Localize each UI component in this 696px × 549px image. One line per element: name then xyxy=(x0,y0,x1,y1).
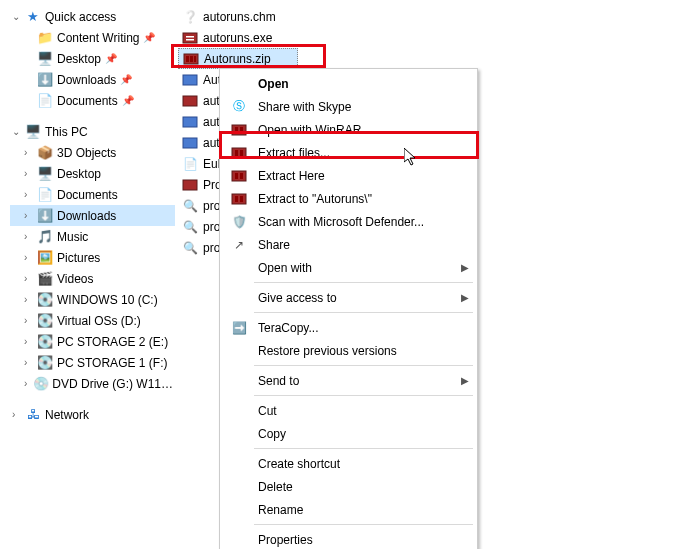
exe-icon xyxy=(180,93,200,109)
ctx-restore[interactable]: Restore previous versions xyxy=(222,339,475,362)
ctx-give-access[interactable]: Give access to▶ xyxy=(222,286,475,309)
chevron-down-icon: ⌄ xyxy=(12,11,24,22)
nav-documents-pc[interactable]: ›📄Documents xyxy=(10,184,175,205)
nav-d-drive[interactable]: ›💽Virtual OSs (D:) xyxy=(10,310,175,331)
nav-c-drive[interactable]: ›💽WINDOWS 10 (C:) xyxy=(10,289,175,310)
exe-icon xyxy=(180,177,200,193)
ctx-cut[interactable]: Cut xyxy=(222,399,475,422)
nav-label: This PC xyxy=(45,125,88,139)
folder-icon: 📁 xyxy=(36,30,54,46)
nav-label: Desktop xyxy=(57,167,101,181)
svg-rect-4 xyxy=(186,56,189,62)
nav-label: WINDOWS 10 (C:) xyxy=(57,293,158,307)
nav-label: Music xyxy=(57,230,88,244)
exe-icon xyxy=(180,72,200,88)
zip-icon xyxy=(181,51,201,67)
ctx-label: Delete xyxy=(252,480,457,494)
winrar-icon xyxy=(226,191,252,207)
ctx-skype[interactable]: ⓈShare with Skype xyxy=(222,95,475,118)
nav-3d-objects[interactable]: ›📦3D Objects xyxy=(10,142,175,163)
pin-icon: 📌 xyxy=(105,53,117,64)
nav-desktop[interactable]: 🖥️ Desktop 📌 xyxy=(10,48,175,69)
svg-rect-13 xyxy=(235,127,238,133)
exe-icon xyxy=(180,114,200,130)
svg-rect-18 xyxy=(232,171,246,181)
ctx-label: Open with xyxy=(252,261,457,275)
disc-icon: 💿 xyxy=(33,376,49,392)
nav-videos[interactable]: ›🎬Videos xyxy=(10,268,175,289)
exe-icon xyxy=(180,135,200,151)
nav-label: PC STORAGE 1 (F:) xyxy=(57,356,167,370)
nav-pane: ⌄ ★ Quick access 📁 Content Writing 📌 🖥️ … xyxy=(10,6,175,425)
nav-music[interactable]: ›🎵Music xyxy=(10,226,175,247)
nav-quick-access[interactable]: ⌄ ★ Quick access xyxy=(10,6,175,27)
nav-f-drive[interactable]: ›💽PC STORAGE 1 (F:) xyxy=(10,352,175,373)
svg-rect-16 xyxy=(235,150,238,156)
nav-pictures[interactable]: ›🖼️Pictures xyxy=(10,247,175,268)
ctx-label: Open xyxy=(252,77,457,91)
ctx-label: Open with WinRAR xyxy=(252,123,457,137)
ctx-delete[interactable]: Delete xyxy=(222,475,475,498)
pictures-icon: 🖼️ xyxy=(36,250,54,266)
ctx-send-to[interactable]: Send to▶ xyxy=(222,369,475,392)
procexp-icon: 🔍 xyxy=(180,198,200,214)
nav-label: Content Writing xyxy=(57,31,139,45)
ctx-open-winrar[interactable]: Open with WinRAR xyxy=(222,118,475,141)
ctx-rename[interactable]: Rename xyxy=(222,498,475,521)
nav-label: Downloads xyxy=(57,73,116,87)
ctx-open[interactable]: Open xyxy=(222,72,475,95)
ctx-properties[interactable]: Properties xyxy=(222,528,475,549)
nav-label: Documents xyxy=(57,188,118,202)
ctx-create-shortcut[interactable]: Create shortcut xyxy=(222,452,475,475)
nav-dvd-drive[interactable]: ›💿DVD Drive (G:) W11… xyxy=(10,373,175,394)
svg-rect-19 xyxy=(235,173,238,179)
drive-icon: 💽 xyxy=(36,334,54,350)
ctx-label: TeraCopy... xyxy=(252,321,457,335)
ctx-defender[interactable]: 🛡️Scan with Microsoft Defender... xyxy=(222,210,475,233)
ctx-label: Share with Skype xyxy=(252,100,457,114)
downloads-icon: ⬇️ xyxy=(36,208,54,224)
file-item[interactable]: ❔autoruns.chm xyxy=(178,6,478,27)
nav-label: Desktop xyxy=(57,52,101,66)
file-item-selected[interactable]: Autoruns.zip xyxy=(178,48,298,69)
ctx-label: Properties xyxy=(252,533,457,547)
file-name: autoruns.exe xyxy=(203,31,272,45)
nav-e-drive[interactable]: ›💽PC STORAGE 2 (E:) xyxy=(10,331,175,352)
defender-icon: 🛡️ xyxy=(226,215,252,229)
chevron-right-icon: ▶ xyxy=(457,292,469,303)
share-icon: ↗ xyxy=(226,238,252,252)
ctx-share[interactable]: ↗Share xyxy=(222,233,475,256)
separator xyxy=(254,524,473,525)
nav-this-pc[interactable]: ⌄ 🖥️ This PC xyxy=(10,121,175,142)
music-icon: 🎵 xyxy=(36,229,54,245)
nav-desktop-pc[interactable]: ›🖥️Desktop xyxy=(10,163,175,184)
svg-rect-5 xyxy=(190,56,193,62)
ctx-copy[interactable]: Copy xyxy=(222,422,475,445)
ctx-extract-here[interactable]: Extract Here xyxy=(222,164,475,187)
separator xyxy=(254,365,473,366)
nav-downloads-qa[interactable]: ⬇️ Downloads 📌 xyxy=(10,69,175,90)
nav-network[interactable]: ›🖧Network xyxy=(10,404,175,425)
svg-rect-20 xyxy=(240,173,243,179)
documents-icon: 📄 xyxy=(36,93,54,109)
ctx-extract-to[interactable]: Extract to "Autoruns\" xyxy=(222,187,475,210)
ctx-extract-files[interactable]: Extract files... xyxy=(222,141,475,164)
svg-rect-2 xyxy=(186,39,194,41)
nav-documents-qa[interactable]: 📄 Documents 📌 xyxy=(10,90,175,111)
ctx-open-with[interactable]: Open with▶ xyxy=(222,256,475,279)
svg-rect-0 xyxy=(183,33,197,43)
file-item[interactable]: autoruns.exe xyxy=(178,27,478,48)
nav-content-writing[interactable]: 📁 Content Writing 📌 xyxy=(10,27,175,48)
svg-rect-14 xyxy=(240,127,243,133)
context-menu: Open ⓈShare with Skype Open with WinRAR … xyxy=(219,68,478,549)
chevron-down-icon: ⌄ xyxy=(12,126,24,137)
svg-rect-23 xyxy=(240,196,243,202)
pc-icon: 🖥️ xyxy=(24,124,42,140)
procexp-icon: 🔍 xyxy=(180,240,200,256)
nav-label: Virtual OSs (D:) xyxy=(57,314,141,328)
svg-rect-15 xyxy=(232,148,246,158)
nav-label: Downloads xyxy=(57,209,116,223)
nav-downloads-pc[interactable]: ›⬇️Downloads xyxy=(10,205,175,226)
ctx-teracopy[interactable]: ➡️TeraCopy... xyxy=(222,316,475,339)
network-icon: 🖧 xyxy=(24,407,42,423)
